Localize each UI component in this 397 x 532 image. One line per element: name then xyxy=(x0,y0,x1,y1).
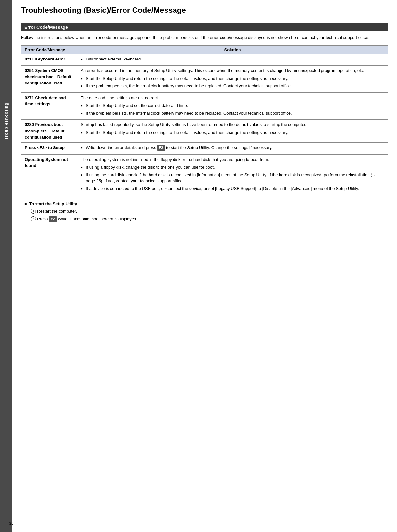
circle-num-1: 1 xyxy=(31,209,36,214)
table-row: 0211 Keyboard error Disconnect external … xyxy=(21,54,388,66)
step-2-text: Press F2 while [Panasonic] boot screen i… xyxy=(37,217,137,221)
section-header: Error Code/Message xyxy=(21,23,388,31)
list-item-1: 1 Restart the computer. xyxy=(31,208,388,215)
error-code-0271: 0271 Check date and time settings xyxy=(21,92,77,120)
table-header-solution: Solution xyxy=(77,45,388,54)
arrow-symbol: → xyxy=(372,173,376,177)
to-start-title: To start the Setup Utility xyxy=(24,202,388,206)
solution-0211: Disconnect external keyboard. xyxy=(77,54,388,66)
bullet-item: Disconnect external keyboard. xyxy=(81,56,385,62)
solution-0280: Startup has failed repeatedly, so the Se… xyxy=(77,120,388,143)
table-header-code: Error Code/Message xyxy=(21,45,77,54)
solution-press-f2: Write down the error details and press F… xyxy=(77,142,388,154)
table-row: 0280 Previous boot incomplete - Default … xyxy=(21,120,388,143)
bullet-item: If using the hard disk, check if the har… xyxy=(81,172,385,184)
solution-text-0251: An error has occurred in the memory of S… xyxy=(81,68,364,73)
table-row: 0271 Check date and time settings The da… xyxy=(21,92,388,120)
intro-text: Follow the instructions below when an er… xyxy=(21,35,388,41)
to-start-section: To start the Setup Utility 1 Restart the… xyxy=(21,202,388,222)
page-number: 30 xyxy=(9,521,13,526)
error-code-0211: 0211 Keyboard error xyxy=(21,54,77,66)
bullet-item: Start the Setup Utility and return the s… xyxy=(81,130,385,136)
numbered-list: 1 Restart the computer. 2 Press F2 while… xyxy=(24,208,388,222)
table-row: Press <F2> to Setup Write down the error… xyxy=(21,142,388,154)
bullet-item: If the problem persists, the internal cl… xyxy=(81,83,385,89)
sidebar-label: Troubleshooting xyxy=(4,102,9,140)
key-badge-f2-step: F2 xyxy=(49,216,57,222)
bullet-item: If the problem persists, the internal cl… xyxy=(81,110,385,116)
solution-os-not-found: The operating system is not installed in… xyxy=(77,154,388,195)
solution-text-0280: Startup has failed repeatedly, so the Se… xyxy=(81,122,306,127)
solution-text-0271: The date and time settings are not corre… xyxy=(81,95,159,100)
page-title: Troubleshooting (Basic)/Error Code/Messa… xyxy=(21,6,388,17)
table-row: Operating System not found The operating… xyxy=(21,154,388,195)
table-row: 0251 System CMOS checksum bad - Default … xyxy=(21,66,388,93)
error-code-press-f2: Press <F2> to Setup xyxy=(21,142,77,154)
error-code-os-not-found: Operating System not found xyxy=(21,154,77,195)
key-badge-f2: F2 xyxy=(157,145,165,151)
error-code-0280: 0280 Previous boot incomplete - Default … xyxy=(21,120,77,143)
bullet-item: If a device is connected to the USB port… xyxy=(81,186,385,192)
error-table: Error Code/Message Solution 0211 Keyboar… xyxy=(21,45,388,195)
sidebar: Troubleshooting xyxy=(0,0,12,532)
bullet-item: Start the Setup Utility and return the s… xyxy=(81,75,385,82)
solution-0271: The date and time settings are not corre… xyxy=(77,92,388,120)
bullet-item: If using a floppy disk, change the disk … xyxy=(81,164,385,171)
list-item-2: 2 Press F2 while [Panasonic] boot screen… xyxy=(31,216,388,222)
bullet-item: Start the Setup Utility and set the corr… xyxy=(81,102,385,109)
circle-num-2: 2 xyxy=(31,216,36,221)
bullet-item: Write down the error details and press F… xyxy=(81,145,385,151)
solution-0251: An error has occurred in the memory of S… xyxy=(77,66,388,93)
main-content: Troubleshooting (Basic)/Error Code/Messa… xyxy=(12,0,397,532)
step-1-text: Restart the computer. xyxy=(37,209,77,214)
error-code-0251: 0251 System CMOS checksum bad - Default … xyxy=(21,66,77,93)
solution-text-os-not-found: The operating system is not installed in… xyxy=(81,157,269,162)
